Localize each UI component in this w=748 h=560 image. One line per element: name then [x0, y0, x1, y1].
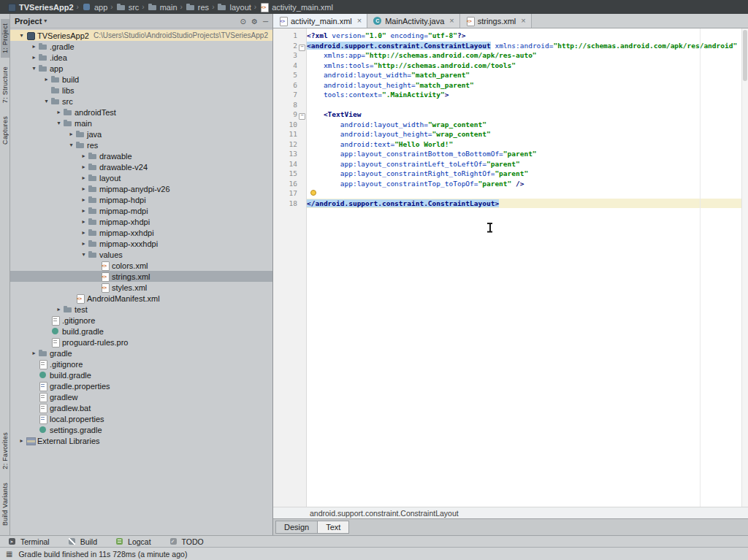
breadcrumb-item-tvseriesapp2[interactable]: TVSeriesApp2	[4, 2, 76, 12]
locate-icon[interactable]: ⊙	[240, 18, 246, 26]
tree-arrow-icon[interactable]: ▸	[18, 437, 26, 444]
tree-item-gitignore[interactable]: .gitignore	[10, 358, 272, 369]
tree-item-test[interactable]: ▸test	[10, 304, 272, 315]
tree-arrow-icon[interactable]: ▸	[30, 350, 38, 356]
tool-button-2-favorites[interactable]: 2: Favorites	[1, 428, 9, 474]
tree-item-gradle[interactable]: ▸gradle	[10, 348, 272, 358]
tree-item-mipmap-xhdpi[interactable]: ▸mipmap-xhdpi	[10, 216, 272, 227]
tool-button-build-variants[interactable]: Build Variants	[1, 478, 9, 530]
tab-mainactivity-java[interactable]: MainActivity.java×	[367, 14, 460, 28]
toolwindow-button-logcat[interactable]: Logcat	[115, 537, 151, 546]
intention-bulb-icon[interactable]	[310, 190, 316, 196]
tree-item-main[interactable]: ▾main	[10, 118, 272, 129]
tree-item-gradlew-bat[interactable]: gradlew.bat	[10, 402, 272, 413]
tree-arrow-icon[interactable]: ▾	[55, 120, 63, 126]
tree-arrow-icon[interactable]: ▾	[42, 98, 50, 104]
tree-arrow-icon[interactable]: ▾	[30, 65, 38, 72]
tree-item-colors-xml[interactable]: colors.xml	[10, 260, 272, 271]
breadcrumb-item-activity-main-xml[interactable]: activity_main.xml	[257, 2, 335, 12]
tree-item-build-gradle[interactable]: build.gradle	[10, 369, 272, 380]
code-text[interactable]: app:layout_constraintTop_toTopOf="parent…	[307, 179, 748, 189]
tree-item-gitignore[interactable]: .gitignore	[10, 315, 272, 326]
tree-arrow-icon[interactable]: ▸	[67, 131, 75, 137]
breadcrumb-item-app[interactable]: app	[80, 2, 110, 12]
toolwindow-button-todo[interactable]: TODO	[169, 537, 204, 546]
tree-arrow-icon[interactable]: ▸	[80, 174, 88, 181]
code-editor[interactable]: 1<?xml version="1.0" encoding="utf-8"?>2…	[273, 28, 748, 507]
tree-arrow-icon[interactable]: ▸	[80, 207, 88, 214]
code-text[interactable]	[307, 100, 748, 110]
toolwindow-button-terminal[interactable]: Terminal	[7, 537, 50, 546]
tree-arrow-icon[interactable]: ▸	[30, 54, 38, 61]
view-tab-text[interactable]: Text	[317, 521, 349, 534]
tree-item-res[interactable]: ▾res	[10, 139, 272, 150]
tree-item-gradle-properties[interactable]: gradle.properties	[10, 380, 272, 391]
tree-item-strings-xml[interactable]: strings.xml	[10, 271, 272, 282]
hide-icon[interactable]: ─	[263, 18, 268, 26]
code-text[interactable]: app:layout_constraintBottom_toBottomOf="…	[307, 149, 748, 159]
code-text[interactable]: <?xml version="1.0" encoding="utf-8"?>	[307, 31, 748, 41]
tree-arrow-icon[interactable]: ▸	[55, 109, 63, 115]
tree-item-java[interactable]: ▸java	[10, 129, 272, 139]
code-text[interactable]: android:layout_height="match_parent"	[307, 80, 748, 91]
chevron-down-icon[interactable]: ▾	[44, 18, 47, 24]
toolwindow-toggle-icon[interactable]: ▦	[6, 550, 12, 558]
toolwindow-button-build[interactable]: Build	[67, 537, 97, 546]
close-tab-icon[interactable]: ×	[449, 17, 454, 25]
tree-arrow-icon[interactable]: ▸	[80, 164, 88, 170]
code-text[interactable]: android:text="Hello World!"	[307, 139, 748, 150]
tree-item-mipmap-mdpi[interactable]: ▸mipmap-mdpi	[10, 205, 272, 216]
code-text[interactable]: <android.support.constraint.ConstraintLa…	[307, 41, 748, 51]
tree-item-build-gradle[interactable]: build.gradle	[10, 326, 272, 337]
tool-button-7-structure[interactable]: 7: Structure	[1, 62, 9, 107]
close-tab-icon[interactable]: ×	[521, 17, 525, 25]
tool-button-captures[interactable]: Captures	[1, 112, 9, 149]
tree-item-drawable-v24[interactable]: ▸drawable-v24	[10, 161, 272, 172]
code-text[interactable]: app:layout_constraintLeft_toLeftOf="pare…	[307, 159, 748, 169]
tree-item-androidmanifest-xml[interactable]: AndroidManifest.xml	[10, 293, 272, 304]
tree-item-androidtest[interactable]: ▸androidTest	[10, 107, 272, 118]
code-text[interactable]: app:layout_constraintRight_toRightOf="pa…	[307, 169, 748, 179]
tree-item-layout[interactable]: ▸layout	[10, 172, 272, 183]
tree-arrow-icon[interactable]: ▾	[18, 32, 26, 39]
tree-arrow-icon[interactable]: ▸	[80, 229, 88, 236]
code-text[interactable]: tools:context=".MainActivity">	[307, 90, 748, 100]
tree-arrow-icon[interactable]: ▸	[30, 43, 38, 50]
tree-arrow-icon[interactable]: ▸	[80, 196, 88, 203]
tool-button-1-project[interactable]: 1: Project	[1, 19, 9, 58]
tab-strings-xml[interactable]: strings.xml×	[460, 14, 532, 28]
tree-item-idea[interactable]: ▸.idea	[10, 52, 272, 63]
tree-item-external-libraries[interactable]: ▸External Libraries	[10, 435, 272, 446]
tree-item-proguard-rules-pro[interactable]: proguard-rules.pro	[10, 337, 272, 348]
tree-item-gradle[interactable]: ▸.gradle	[10, 41, 272, 52]
tree-arrow-icon[interactable]: ▸	[80, 153, 88, 159]
tree-item-settings-gradle[interactable]: settings.gradle	[10, 424, 272, 435]
tree-item-styles-xml[interactable]: styles.xml	[10, 282, 272, 293]
settings-icon[interactable]: ⚙	[251, 18, 258, 26]
code-text[interactable]: android:layout_width="wrap_content"	[307, 120, 748, 130]
tree-item-local-properties[interactable]: local.properties	[10, 413, 272, 424]
tree-arrow-icon[interactable]: ▸	[42, 76, 50, 83]
breadcrumb-item-res[interactable]: res	[183, 2, 211, 12]
tree-item-tvseriesapp2[interactable]: ▾TVSeriesApp2C:\Users\Studio\AndroidStud…	[10, 30, 272, 41]
tree-item-mipmap-xxxhdpi[interactable]: ▸mipmap-xxxhdpi	[10, 238, 272, 249]
tree-item-mipmap-hdpi[interactable]: ▸mipmap-hdpi	[10, 194, 272, 205]
tree-item-mipmap-anydpi-v26[interactable]: ▸mipmap-anydpi-v26	[10, 183, 272, 194]
fold-marker-icon[interactable]	[297, 41, 307, 51]
tree-item-libs[interactable]: libs	[10, 85, 272, 96]
tree-item-values[interactable]: ▾values	[10, 249, 272, 260]
tree-item-drawable[interactable]: ▸drawable	[10, 150, 272, 161]
editor-scrollbar[interactable]	[741, 28, 748, 507]
tree-arrow-icon[interactable]: ▸	[80, 240, 88, 247]
close-tab-icon[interactable]: ×	[357, 17, 362, 25]
tree-arrow-icon[interactable]: ▾	[80, 251, 88, 258]
code-text[interactable]: xmlns:tools="http://schemas.android.com/…	[307, 61, 748, 71]
fold-marker-icon[interactable]	[297, 110, 307, 120]
tree-item-gradlew[interactable]: gradlew	[10, 391, 272, 402]
tab-activity-main-xml[interactable]: activity_main.xml×	[273, 14, 367, 28]
code-text[interactable]: </android.support.constraint.ConstraintL…	[307, 199, 748, 209]
tree-item-src[interactable]: ▾src	[10, 96, 272, 107]
breadcrumb-item-layout[interactable]: layout	[215, 2, 253, 12]
code-text[interactable]: android:layout_width="match_parent"	[307, 70, 748, 80]
tree-item-app[interactable]: ▾app	[10, 63, 272, 74]
